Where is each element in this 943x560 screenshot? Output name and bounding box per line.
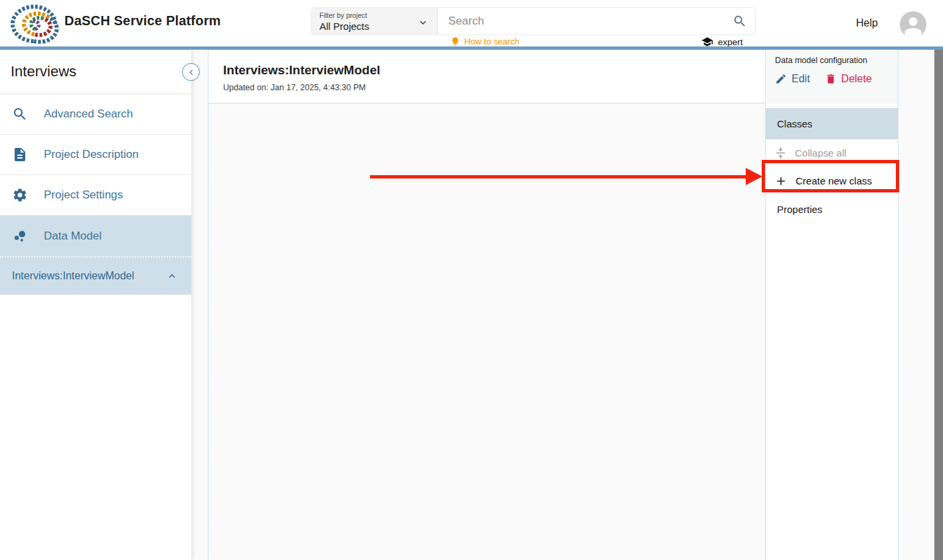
- delete-button[interactable]: Delete: [825, 73, 872, 85]
- trash-icon: [825, 73, 837, 85]
- document-icon: [12, 147, 28, 163]
- search-bar: Filter by project All Projects: [311, 7, 756, 35]
- chevron-down-icon: [417, 17, 429, 29]
- config-panel-top: Data model configuration Edit Delete: [766, 50, 898, 104]
- data-model-config-panel: Data model configuration Edit Delete Cla…: [766, 50, 898, 560]
- data-model-name: Interviews:InterviewModel: [12, 270, 134, 282]
- data-model-title: Interviews:InterviewModel: [223, 63, 765, 78]
- create-new-class-label: Create new class: [796, 175, 872, 186]
- config-panel-title: Data model configuration: [775, 56, 889, 65]
- expert-label: expert: [718, 37, 743, 47]
- sidebar-gutter: [191, 50, 208, 560]
- sidebar-item-label: Project Settings: [44, 188, 123, 202]
- search-icon: [12, 106, 28, 122]
- help-button[interactable]: Help: [856, 17, 878, 29]
- filter-label: Filter by project: [319, 11, 430, 19]
- search-input[interactable]: [448, 15, 732, 28]
- properties-section-header[interactable]: Properties: [766, 195, 898, 223]
- sidebar-item-label: Project Description: [44, 148, 139, 161]
- sidebar-item-project-settings[interactable]: Project Settings: [0, 175, 191, 216]
- search-icon[interactable]: [732, 14, 747, 29]
- collapse-all-label: Collapse all: [795, 147, 847, 159]
- collapse-sidebar-button[interactable]: [182, 63, 200, 81]
- dasch-logo[interactable]: [9, 4, 59, 44]
- plus-icon: [774, 175, 788, 188]
- collapse-vertical-icon: [774, 147, 787, 159]
- create-new-class-button[interactable]: Create new class: [766, 167, 898, 195]
- how-to-search-label: How to search: [464, 36, 519, 46]
- user-avatar[interactable]: [900, 11, 926, 38]
- data-model-updated-timestamp: Updated on: Jan 17, 2025, 4:43:30 PM: [223, 83, 765, 92]
- app-header: DaSCH Service Platform Filter by project…: [0, 0, 943, 46]
- edit-label: Edit: [792, 73, 810, 85]
- chevron-up-icon: [166, 270, 178, 282]
- sidebar-subitem-interview-model[interactable]: Interviews:InterviewModel: [0, 256, 191, 295]
- sidebar-item-label: Data Model: [44, 230, 102, 243]
- how-to-search-link[interactable]: How to search: [450, 36, 519, 46]
- classes-section-header[interactable]: Classes: [766, 108, 898, 139]
- filter-selected-value: All Projects: [319, 21, 430, 32]
- right-margin-strip: [899, 50, 934, 560]
- project-title: Interviews: [11, 63, 191, 80]
- search-field: [438, 8, 755, 35]
- sidebar-item-data-model[interactable]: Data Model: [0, 216, 191, 256]
- data-model-heading-block: Interviews:InterviewModel Updated on: Ja…: [209, 50, 765, 104]
- config-panel-actions: Edit Delete: [775, 73, 889, 85]
- project-sidebar: Interviews Advanced Search Project Descr…: [0, 50, 191, 560]
- collapse-all-button[interactable]: Collapse all: [766, 139, 898, 167]
- sidebar-header: Interviews: [0, 50, 191, 94]
- gear-icon: [12, 187, 28, 203]
- lightbulb-icon: [450, 36, 460, 46]
- pencil-icon: [775, 73, 787, 85]
- header-accent-bar: [0, 46, 943, 50]
- sidebar-item-advanced-search[interactable]: Advanced Search: [0, 94, 191, 135]
- delete-label: Delete: [841, 73, 872, 85]
- project-filter-select[interactable]: Filter by project All Projects: [311, 8, 438, 35]
- app-title: DaSCH Service Platform: [64, 13, 221, 29]
- sidebar-item-label: Advanced Search: [44, 107, 133, 121]
- edit-button[interactable]: Edit: [775, 73, 810, 85]
- main-content-area: [209, 50, 765, 560]
- window-scrollbar[interactable]: [934, 50, 943, 560]
- sidebar-item-project-description[interactable]: Project Description: [0, 135, 191, 175]
- bubble-chart-icon: [12, 228, 28, 244]
